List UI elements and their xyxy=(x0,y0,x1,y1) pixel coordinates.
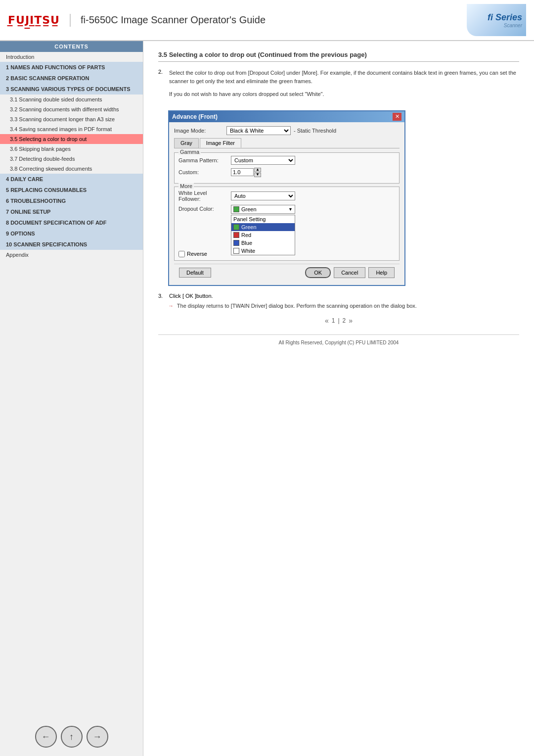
section-title: 3.5 Selecting a color to drop out (Conti… xyxy=(158,51,519,62)
dropdown-item-red[interactable]: Red xyxy=(231,231,295,239)
dialog-footer-right: OK Cancel Help xyxy=(305,267,395,278)
green-swatch xyxy=(233,224,239,230)
dropout-color-value: Green xyxy=(241,206,257,212)
sidebar-item-ch6[interactable]: 6 TROUBLESHOOTING xyxy=(0,195,143,206)
cancel-button[interactable]: Cancel xyxy=(334,267,365,278)
page-2[interactable]: 2 xyxy=(343,317,346,324)
sidebar-item-ch7[interactable]: 7 ONLINE SETUP xyxy=(0,206,143,217)
dropout-color-swatch xyxy=(233,206,239,212)
dropdown-chevron-icon: ▼ xyxy=(288,207,293,212)
page-prev-icon[interactable]: « xyxy=(325,317,329,325)
fi-series-sub: Scanner xyxy=(504,23,522,28)
page-header: F̲U̲J̲I̲T̲S̲U̲ fi-5650C Image Scanner Op… xyxy=(0,0,534,41)
custom-spinner: ▲ ▼ xyxy=(231,168,261,177)
sidebar-item-appendix[interactable]: Appendix xyxy=(0,250,143,260)
advance-front-dialog: Advance (Front) ✕ Image Mode: Black & Wh… xyxy=(168,110,405,286)
sidebar-item-ch5[interactable]: 5 REPLACING CONSUMABLES xyxy=(0,185,143,195)
default-button[interactable]: Default xyxy=(179,268,211,278)
dropdown-item-white[interactable]: White xyxy=(231,247,295,255)
sidebar-item-ch2[interactable]: 2 BASIC SCANNER OPERATION xyxy=(0,73,143,84)
sidebar-item-ch10[interactable]: 10 SCANNER SPECIFICATIONS xyxy=(0,239,143,250)
dropdown-item-white-label: White xyxy=(241,248,255,254)
fi-series-badge: fi Series Scanner xyxy=(467,4,526,36)
dropdown-item-red-label: Red xyxy=(241,232,251,238)
nav-up-button[interactable]: ↑ xyxy=(61,726,83,748)
step2-text2: If you do not wish to have any colors dr… xyxy=(169,90,519,98)
sidebar-item-ch4[interactable]: 4 DAILY CARE xyxy=(0,174,143,185)
static-threshold-text: - Static Threshold xyxy=(294,128,336,134)
dropdown-item-blue-label: Blue xyxy=(241,240,252,246)
dropout-color-selected[interactable]: Green ▼ xyxy=(231,205,295,214)
page-navigation: « 1 | 2 » xyxy=(158,317,519,325)
reverse-checkbox[interactable] xyxy=(178,251,185,257)
custom-input[interactable] xyxy=(231,168,254,176)
sidebar-item-s33[interactable]: 3.3 Scanning document longer than A3 siz… xyxy=(0,114,143,124)
sidebar-item-s35[interactable]: 3.5 Selecting a color to drop out xyxy=(0,134,143,144)
gamma-pattern-row: Gamma Pattern: Custom xyxy=(178,156,395,165)
help-button[interactable]: Help xyxy=(368,267,395,278)
sidebar-item-ch8[interactable]: 8 DOCUMENT SPECIFICATION OF ADF xyxy=(0,217,143,228)
dialog-close-button[interactable]: ✕ xyxy=(393,113,401,121)
dropout-color-dropdown[interactable]: Green ▼ Panel Setting Green xyxy=(231,205,295,214)
white-level-label: White Level Follower: xyxy=(178,190,228,202)
step3-arrow-text: → The display returns to [TWAIN Driver] … xyxy=(168,303,519,309)
gamma-group-box: Gamma Gamma Pattern: Custom Custom: ▲ xyxy=(174,152,400,184)
step3-number: 3. xyxy=(158,293,166,299)
red-swatch xyxy=(233,232,239,238)
image-mode-select[interactable]: Black & White xyxy=(226,126,291,135)
content-area: 3.5 Selecting a color to drop out (Conti… xyxy=(143,41,534,756)
page-next-icon[interactable]: » xyxy=(349,317,353,325)
dialog-titlebar: Advance (Front) ✕ xyxy=(169,111,404,122)
sidebar-nav-buttons: ← ↑ → xyxy=(0,716,143,756)
dropout-color-row: Dropout Color: Green ▼ Panel Setting xyxy=(178,205,395,214)
sidebar-item-s32[interactable]: 3.2 Scanning documents with different wi… xyxy=(0,104,143,114)
gamma-pattern-label: Gamma Pattern: xyxy=(178,157,228,163)
nav-back-button[interactable]: ← xyxy=(35,726,57,748)
gamma-group-title: Gamma xyxy=(178,149,201,155)
sidebar-contents-header: CONTENTS xyxy=(0,41,143,52)
nav-forward-button[interactable]: → xyxy=(87,726,108,748)
image-mode-row: Image Mode: Black & White - Static Thres… xyxy=(174,126,400,135)
step-2: 2. Select the color to drop out from [Dr… xyxy=(158,69,519,103)
spinner-arrows: ▲ ▼ xyxy=(254,168,261,177)
tab-image-filter[interactable]: Image Filter xyxy=(200,138,241,148)
sidebar-item-ch9[interactable]: 9 OPTIONS xyxy=(0,228,143,239)
spinner-up[interactable]: ▲ xyxy=(254,168,261,172)
step3-row: 3. Click [ OK ]button. xyxy=(158,293,519,299)
white-level-row: White Level Follower: Auto xyxy=(178,190,395,202)
more-group-title: More xyxy=(178,183,194,189)
custom-label: Custom: xyxy=(178,169,228,175)
sidebar-item-s36[interactable]: 3.6 Skipping blank pages xyxy=(0,144,143,154)
dialog-footer: Default OK Cancel Help xyxy=(174,264,400,281)
page-1[interactable]: 1 xyxy=(332,317,335,324)
dropdown-item-green[interactable]: Green xyxy=(231,223,295,231)
fi-series-text: fi Series xyxy=(488,12,522,23)
page-title: fi-5650C Image Scanner Operator's Guide xyxy=(81,14,467,26)
fujitsu-logo: F̲U̲J̲I̲T̲S̲U̲ xyxy=(8,14,71,27)
ok-button[interactable]: OK xyxy=(305,267,331,278)
dropout-color-label: Dropout Color: xyxy=(178,205,228,212)
spinner-down[interactable]: ▼ xyxy=(254,173,261,177)
white-swatch xyxy=(233,248,239,254)
sidebar-item-ch1[interactable]: 1 NAMES AND FUNCTIONS OF PARTS xyxy=(0,62,143,73)
dropout-dropdown-list: Panel Setting Green Red xyxy=(231,215,295,255)
white-level-select[interactable]: Auto xyxy=(231,191,295,200)
gamma-pattern-select[interactable]: Custom xyxy=(231,156,295,165)
dialog-title: Advance (Front) xyxy=(172,113,218,120)
page-separator: | xyxy=(338,317,339,324)
dropdown-item-panel-label: Panel Setting xyxy=(233,216,266,222)
sidebar-item-s34[interactable]: 3.4 Saving scanned images in PDF format xyxy=(0,124,143,134)
dropdown-item-blue[interactable]: Blue xyxy=(231,239,295,247)
dropdown-item-green-label: Green xyxy=(241,224,257,230)
sidebar-item-s38[interactable]: 3.8 Correcting skewed documents xyxy=(0,164,143,174)
blue-swatch xyxy=(233,240,239,246)
tab-gray[interactable]: Gray xyxy=(174,138,199,148)
main-layout: CONTENTS Introduction 1 NAMES AND FUNCTI… xyxy=(0,41,534,756)
sidebar-item-ch3[interactable]: 3 SCANNING VARIOUS TYPES OF DOCUMENTS xyxy=(0,84,143,94)
footer-copyright: All Rights Reserved, Copyright (C) PFU L… xyxy=(158,334,519,350)
dropdown-item-panel[interactable]: Panel Setting xyxy=(231,215,295,223)
sidebar-item-s31[interactable]: 3.1 Scanning double sided documents xyxy=(0,94,143,104)
step3-text: Click [ OK ]button. xyxy=(169,293,213,299)
sidebar-item-introduction[interactable]: Introduction xyxy=(0,52,143,62)
sidebar-item-s37[interactable]: 3.7 Detecting double-feeds xyxy=(0,154,143,164)
